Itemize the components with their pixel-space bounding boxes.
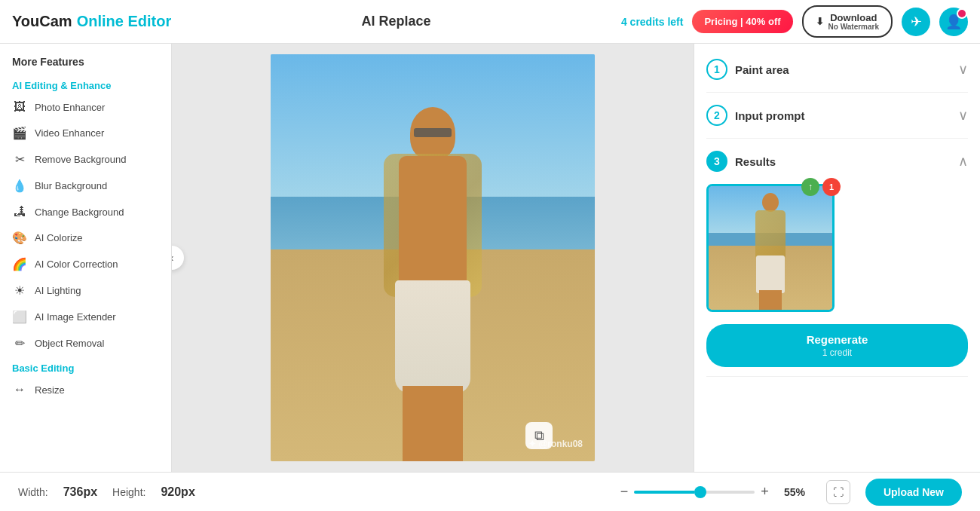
header: YouCam Online Editor AI Replace 4 credit… (0, 0, 980, 44)
credits-label: 4 credits left (621, 16, 683, 28)
sidebar-item-video-enhancer[interactable]: 🎬 Video Enhancer (0, 120, 171, 146)
sidebar-title: More Features (0, 53, 171, 74)
download-sub: No Watermark (828, 23, 879, 31)
sidebar: More Features AI Editing & Enhance 🖼 Pho… (0, 44, 172, 472)
man-legs (403, 386, 463, 461)
right-panel: 1 Paint area ∨ 2 Input prompt ∨ 3 R (694, 44, 980, 472)
sidebar-item-label: Object Removal (35, 338, 104, 349)
object-removal-icon: ✏ (12, 336, 27, 350)
results-grid: ↑ 1 (706, 184, 968, 312)
sidebar-item-label: Remove Background (35, 154, 126, 165)
height-value: 920px (161, 485, 194, 499)
page-title: AI Replace (180, 14, 612, 29)
fullscreen-icon: ⛶ (833, 486, 844, 498)
change-bg-icon: 🏞 (12, 205, 27, 219)
split-icon: ⧉ (534, 428, 544, 444)
height-label: Height: (112, 486, 145, 498)
fullscreen-button[interactable]: ⛶ (826, 480, 850, 504)
step2-header[interactable]: 2 Input prompt ∨ (706, 102, 968, 129)
logo-editor: Online Editor (77, 13, 172, 30)
send-button[interactable]: ✈ (902, 8, 930, 36)
step1-badge: 1 (706, 59, 727, 80)
step3-chevron-icon: ∧ (958, 153, 968, 170)
split-view-button[interactable]: ⧉ (525, 422, 553, 449)
step3-label: Results (735, 155, 951, 168)
thumb-legs (759, 290, 782, 312)
zoom-minus-button[interactable]: − (620, 484, 629, 500)
sidebar-item-ai-color-correction[interactable]: 🌈 AI Color Correction (0, 251, 171, 277)
sidebar-item-label: AI Colorize (35, 232, 83, 243)
step1-header[interactable]: 1 Paint area ∨ (706, 56, 968, 83)
sidebar-item-label: Change Background (35, 207, 124, 218)
sidebar-item-label: Blur Background (35, 180, 107, 191)
zoom-controls: − + (620, 484, 769, 500)
sidebar-item-blur-background[interactable]: 💧 Blur Background (0, 173, 171, 199)
result-badges: ↑ 1 (801, 178, 841, 196)
sidebar-item-change-background[interactable]: 🏞 Change Background (0, 199, 171, 225)
step3-section: 3 Results ∧ (706, 148, 968, 377)
zoom-plus-button[interactable]: + (761, 484, 769, 500)
step1-label: Paint area (735, 63, 951, 76)
bottom-bar: Width: 736px Height: 920px − + 55% ⛶ Upl… (0, 472, 980, 511)
thumb-body (755, 210, 786, 259)
download-label: Download (830, 12, 877, 23)
user-icon: 👤 (945, 14, 962, 30)
blur-bg-icon: 💧 (12, 179, 27, 193)
video-enhancer-icon: 🎬 (12, 126, 27, 140)
step2-section: 2 Input prompt ∨ (706, 102, 968, 139)
result-item[interactable]: ↑ 1 (706, 184, 835, 312)
badge-green: ↑ (801, 178, 819, 196)
sidebar-item-resize[interactable]: ↔ Resize (0, 377, 171, 402)
send-icon: ✈ (911, 14, 922, 30)
zoom-percent: 55% (784, 486, 811, 498)
man-torso (399, 156, 467, 292)
download-icon: ⬇ (816, 16, 824, 27)
step2-chevron-icon: ∨ (958, 107, 968, 124)
color-correction-icon: 🌈 (12, 257, 27, 271)
upload-new-button[interactable]: Upload New (865, 479, 962, 506)
lighting-icon: ☀ (12, 283, 27, 298)
sidebar-item-label: Photo Enhancer (35, 102, 105, 113)
step2-label: Input prompt (735, 109, 951, 122)
zoom-slider[interactable] (634, 491, 755, 494)
logo: YouCam Online Editor (12, 13, 171, 30)
canvas-image: ✦ @ronku08 ⧉ (271, 54, 595, 461)
regenerate-sub: 1 credit (822, 347, 852, 358)
sidebar-item-ai-image-extender[interactable]: ⬜ AI Image Extender (0, 304, 171, 330)
image-extender-icon: ⬜ (12, 310, 27, 324)
man-shorts (395, 280, 470, 393)
sidebar-item-ai-lighting[interactable]: ☀ AI Lighting (0, 277, 171, 304)
photo-enhancer-icon: 🖼 (12, 100, 27, 114)
sidebar-item-photo-enhancer[interactable]: 🖼 Photo Enhancer (0, 94, 171, 120)
logo-youcam: YouCam (12, 13, 72, 30)
canvas-image-container: ✦ @ronku08 ⧉ (271, 54, 595, 461)
step2-badge: 2 (706, 105, 727, 126)
step3-header[interactable]: 3 Results ∧ (706, 148, 968, 175)
user-button[interactable]: 👤 (939, 8, 968, 36)
sidebar-item-label: AI Image Extender (35, 311, 116, 323)
pricing-button[interactable]: Pricing | 40% off (692, 10, 792, 33)
regenerate-button[interactable]: Regenerate 1 credit (706, 324, 968, 367)
sidebar-category-ai: AI Editing & Enhance (0, 74, 171, 94)
sidebar-item-label: AI Color Correction (35, 259, 118, 270)
man-glasses (414, 128, 452, 137)
canvas-area: ‹ ✦ @ronku08 ⧉ (172, 44, 694, 472)
sidebar-item-label: Resize (35, 384, 65, 396)
thumb-figure (744, 189, 797, 310)
badge-red: 1 (822, 178, 841, 196)
download-button[interactable]: ⬇ Download No Watermark (802, 5, 893, 38)
step3-badge: 3 (706, 151, 727, 172)
sidebar-category-basic: Basic Editing (0, 356, 171, 377)
width-value: 736px (63, 485, 97, 499)
colorize-icon: 🎨 (12, 231, 27, 245)
man-head (410, 107, 455, 160)
result-thumbnail (706, 184, 835, 312)
sidebar-item-ai-colorize[interactable]: 🎨 AI Colorize (0, 225, 171, 251)
sidebar-collapse-button[interactable]: ‹ (172, 246, 184, 270)
sidebar-item-remove-background[interactable]: ✂ Remove Background (0, 146, 171, 173)
remove-bg-icon: ✂ (12, 152, 27, 167)
sidebar-item-object-removal[interactable]: ✏ Object Removal (0, 330, 171, 356)
sidebar-item-label: Video Enhancer (35, 127, 104, 139)
thumb-head (762, 193, 779, 212)
step1-section: 1 Paint area ∨ (706, 56, 968, 93)
